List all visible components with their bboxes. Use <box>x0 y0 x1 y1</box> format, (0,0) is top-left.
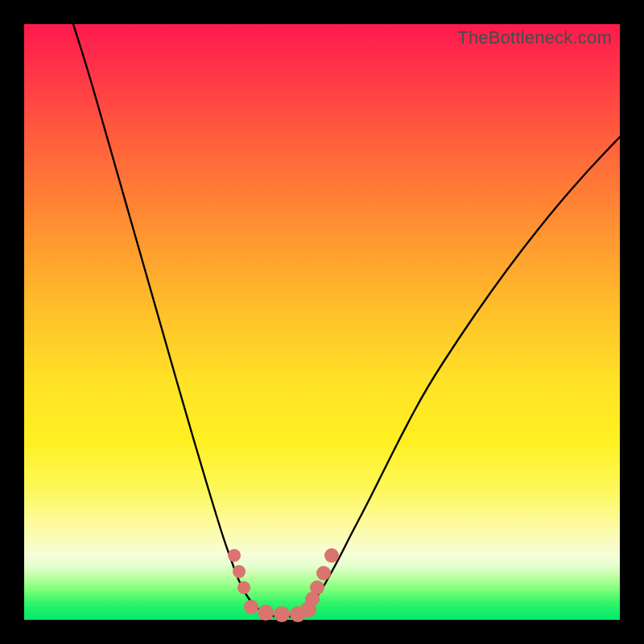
data-marker <box>233 565 246 578</box>
data-marker <box>258 605 274 621</box>
data-marker <box>237 581 250 594</box>
data-marker <box>274 606 290 622</box>
data-marker <box>310 580 324 595</box>
plot-area: TheBottleneck.com <box>24 24 620 620</box>
marker-layer <box>228 548 339 622</box>
data-marker <box>316 566 331 580</box>
series-left-curve <box>73 24 275 617</box>
outer-frame: TheBottleneck.com <box>0 0 644 644</box>
curve-layer <box>73 24 620 617</box>
series-right-curve <box>298 137 620 617</box>
data-marker <box>228 549 241 562</box>
data-marker <box>324 548 339 563</box>
chart-svg <box>24 24 620 620</box>
data-marker <box>244 600 258 614</box>
